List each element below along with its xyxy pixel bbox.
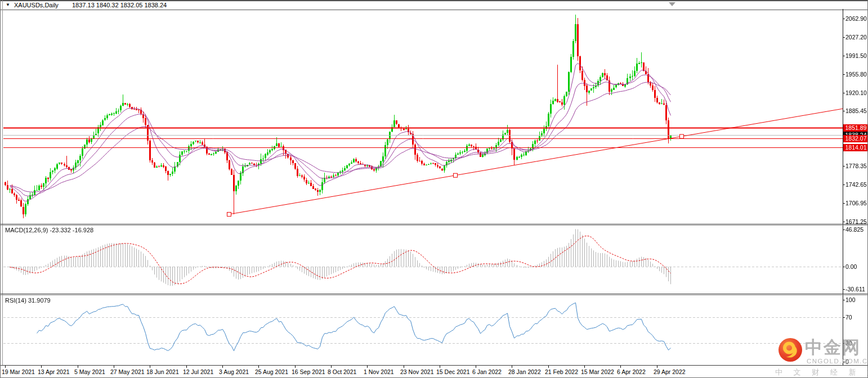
date-tick xyxy=(548,366,549,368)
macd-axis-tick xyxy=(843,230,845,230)
date-tick xyxy=(657,366,657,368)
y-axis-tick xyxy=(843,111,845,111)
date-tick xyxy=(584,366,585,368)
date-tick xyxy=(150,366,150,368)
date-tick xyxy=(41,366,42,368)
scroll-to-end-icon xyxy=(669,2,675,6)
date-label: 15 Dec 2021 xyxy=(436,368,470,375)
date-label: 25 Aug 2021 xyxy=(255,368,288,375)
rsi-axis-tick xyxy=(843,362,845,362)
date-tick xyxy=(222,366,223,368)
symbol-period-label: XAUUSDs,Daily xyxy=(14,2,59,8)
y-axis-tick-label: 1778.35 xyxy=(845,163,867,169)
date-tick xyxy=(331,366,332,368)
date-label: 12 Jul 2021 xyxy=(183,368,213,375)
macd-axis-label: -30.611 xyxy=(845,286,865,292)
ohlc-values: 1837.13 1840.32 1832.05 1838.24 xyxy=(72,2,167,8)
y-axis-tick xyxy=(843,74,845,75)
macd-axis-label: 46.825 xyxy=(845,226,863,233)
rsi-axis-tick xyxy=(843,300,845,300)
mt4-chart-window: ▼ XAUUSDs,Daily 1837.13 1840.32 1832.05 … xyxy=(0,0,868,378)
y-axis-tick-label: 1706.95 xyxy=(845,200,867,206)
date-tick xyxy=(295,366,296,368)
rsi-name: RSI(14) xyxy=(5,297,26,304)
date-label: 19 Mar 2021 xyxy=(2,368,35,375)
date-label: 6 Apr 2022 xyxy=(617,368,646,375)
panel-divider xyxy=(1,365,867,366)
date-label: 5 May 2021 xyxy=(74,368,105,375)
rsi-axis-label: 70 xyxy=(845,314,852,321)
date-label: 3 Aug 2021 xyxy=(219,368,249,375)
y-axis-tick xyxy=(843,222,845,222)
macd-axis-tick xyxy=(843,267,845,267)
date-label: 28 Jan 2022 xyxy=(508,368,541,375)
y-axis-tick-label: 1885.45 xyxy=(845,107,867,114)
y-axis-tick xyxy=(843,19,845,19)
y-axis-tick xyxy=(843,93,845,93)
y-axis-tick-label: 1920.10 xyxy=(845,89,867,96)
macd-indicator-label: MACD(12,26,9) -23.332 -16.928 xyxy=(5,227,93,233)
rsi-value: 31.9079 xyxy=(28,297,51,304)
panel-divider xyxy=(1,295,867,295)
y-axis-tick-label: 2027.20 xyxy=(845,34,867,40)
price-chart-canvas[interactable] xyxy=(1,1,868,378)
price-badge: 1851.89 xyxy=(843,124,868,132)
y-axis-tick-label: 1955.80 xyxy=(845,71,867,78)
date-label: 21 Feb 2022 xyxy=(545,368,578,375)
date-tick xyxy=(78,366,78,368)
chart-header: ▼ XAUUSDs,Daily 1837.13 1840.32 1832.05 … xyxy=(1,1,867,10)
price-axis-line xyxy=(843,9,843,366)
y-axis-tick xyxy=(843,56,845,56)
rsi-axis-label: 0 xyxy=(845,358,849,365)
date-tick xyxy=(114,366,114,368)
date-tick xyxy=(258,366,259,368)
rsi-axis-tick xyxy=(843,343,845,344)
date-label: 8 Oct 2021 xyxy=(328,368,356,375)
macd-values: -23.332 -16.928 xyxy=(50,227,93,233)
date-label: 13 Apr 2021 xyxy=(38,368,70,375)
macd-name: MACD(12,26,9) xyxy=(5,227,48,233)
date-tick xyxy=(620,366,621,368)
rsi-axis-label: 30 xyxy=(845,340,852,346)
date-tick xyxy=(404,366,404,368)
rsi-indicator-label: RSI(14) 31.9079 xyxy=(5,297,51,304)
date-tick xyxy=(512,366,512,368)
y-axis-tick xyxy=(843,203,845,204)
date-axis[interactable]: 19 Mar 202113 Apr 20215 May 202127 May 2… xyxy=(1,366,867,378)
y-axis-tick xyxy=(843,166,845,166)
date-label: 6 Jan 2022 xyxy=(472,368,502,375)
date-tick xyxy=(186,366,187,368)
date-tick xyxy=(440,366,440,368)
y-axis-tick xyxy=(843,37,845,38)
rsi-axis-tick xyxy=(843,317,845,318)
y-axis-tick-label: 1742.65 xyxy=(845,181,867,188)
chevron-down-icon[interactable]: ▼ xyxy=(6,2,10,7)
rsi-axis-label: 100 xyxy=(845,296,856,303)
price-badge: 1814.01 xyxy=(843,144,868,151)
date-label: 1 Nov 2021 xyxy=(364,368,394,375)
macd-axis-label: 0.00 xyxy=(845,263,857,270)
panel-divider xyxy=(1,225,867,226)
window-left-border xyxy=(2,1,3,366)
macd-axis-tick xyxy=(843,289,845,290)
y-axis-tick xyxy=(843,184,845,185)
panel-divider[interactable] xyxy=(1,294,867,294)
date-label: 18 Jun 2021 xyxy=(146,368,179,375)
y-axis-tick-label: 1991.50 xyxy=(845,52,867,59)
date-label: 23 Nov 2021 xyxy=(400,368,434,375)
date-label: 15 Mar 2022 xyxy=(581,368,614,375)
date-tick xyxy=(5,366,6,368)
date-tick xyxy=(367,366,368,368)
date-label: 29 Apr 2022 xyxy=(654,368,686,375)
date-label: 27 May 2021 xyxy=(110,368,145,375)
y-axis-tick-label: 2062.90 xyxy=(845,15,867,22)
date-tick xyxy=(476,366,476,368)
panel-divider[interactable] xyxy=(1,224,867,224)
date-label: 16 Sep 2021 xyxy=(292,368,325,375)
price-badge: 1832.07 xyxy=(843,135,868,142)
